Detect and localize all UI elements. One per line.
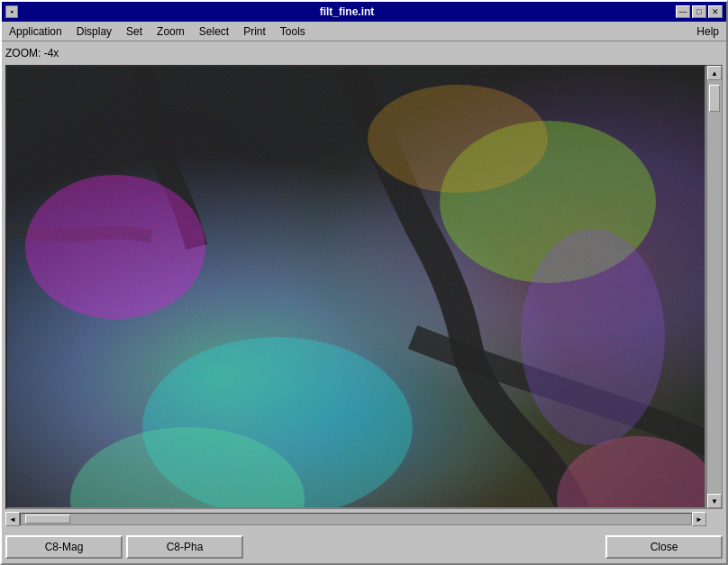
scroll-down-button[interactable]: ▼ xyxy=(707,494,722,508)
menu-application[interactable]: Application xyxy=(2,23,69,40)
window-title: filt_fine.int xyxy=(18,5,676,18)
c8-mag-button[interactable]: C8-Mag xyxy=(5,535,123,559)
menu-display[interactable]: Display xyxy=(69,23,119,40)
close-button[interactable]: ✕ xyxy=(708,5,723,18)
menu-zoom[interactable]: Zoom xyxy=(150,23,192,40)
menu-tools[interactable]: Tools xyxy=(273,23,313,40)
title-buttons: — □ ✕ xyxy=(676,5,723,18)
horizontal-scrollbar-container: ◄ ► xyxy=(5,511,706,527)
horizontal-scrollbar-track[interactable] xyxy=(20,513,692,525)
main-window: ▪ filt_fine.int — □ ✕ Application Displa… xyxy=(0,0,728,565)
window-icon: ▪ xyxy=(5,5,18,18)
scroll-left-button[interactable]: ◄ xyxy=(5,512,20,526)
menu-print[interactable]: Print xyxy=(236,23,273,40)
image-wrapper: ▲ ▼ xyxy=(5,65,723,509)
scroll-up-button[interactable]: ▲ xyxy=(707,66,722,80)
scroll-h-thumb[interactable] xyxy=(25,515,70,524)
zoom-label: ZOOM: -4x xyxy=(5,45,723,61)
menu-bar: Application Display Set Zoom Select Prin… xyxy=(2,22,726,41)
svg-rect-13 xyxy=(7,67,705,507)
maximize-button[interactable]: □ xyxy=(692,5,706,18)
content-area: ZOOM: -4x xyxy=(2,41,726,531)
title-bar-left: ▪ xyxy=(5,5,18,18)
menu-help[interactable]: Help xyxy=(689,23,726,40)
menu-set[interactable]: Set xyxy=(119,23,150,40)
close-button[interactable]: Close xyxy=(605,535,723,559)
satellite-image xyxy=(7,67,705,507)
image-container[interactable] xyxy=(5,65,706,509)
vertical-scrollbar[interactable]: ▲ ▼ xyxy=(706,65,723,509)
menu-select[interactable]: Select xyxy=(192,23,236,40)
minimize-button[interactable]: — xyxy=(676,5,690,18)
title-bar: ▪ filt_fine.int — □ ✕ xyxy=(2,2,726,22)
scroll-v-thumb[interactable] xyxy=(709,85,720,112)
bottom-bar: C8-Mag C8-Pha Close xyxy=(2,531,726,563)
c8-pha-button[interactable]: C8-Pha xyxy=(126,535,243,559)
scroll-right-button[interactable]: ► xyxy=(692,512,706,526)
